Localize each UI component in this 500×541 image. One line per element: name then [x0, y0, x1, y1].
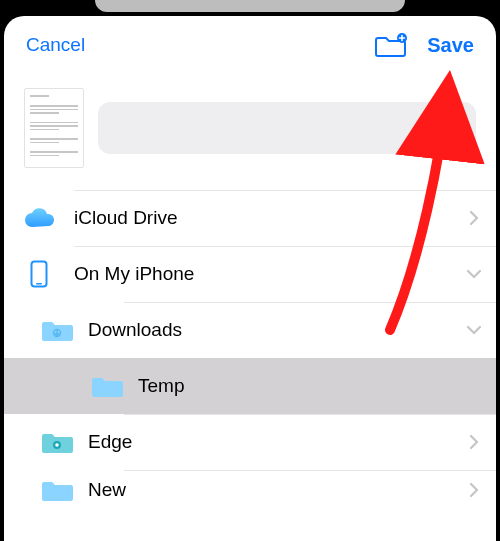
location-row-downloads[interactable]: Downloads — [4, 302, 496, 358]
toolbar: Cancel Save — [4, 16, 496, 74]
location-row-on-my-iphone[interactable]: On My iPhone — [4, 246, 496, 302]
filename-row — [4, 74, 496, 190]
new-folder-icon — [375, 32, 407, 58]
location-label: New — [88, 479, 452, 501]
chevron-right-icon — [469, 434, 479, 450]
svg-rect-2 — [36, 283, 42, 285]
folder-icon — [90, 373, 124, 399]
chevron-down-icon — [466, 269, 482, 279]
save-button[interactable]: Save — [427, 34, 474, 57]
background-sheet-handle — [95, 0, 405, 12]
location-label: iCloud Drive — [74, 207, 452, 229]
location-row-icloud[interactable]: iCloud Drive — [4, 190, 496, 246]
chevron-down-icon — [466, 325, 482, 335]
cloud-icon — [23, 207, 55, 229]
disclosure — [452, 434, 496, 450]
cancel-button[interactable]: Cancel — [26, 34, 85, 56]
location-label: Edge — [88, 431, 452, 453]
new-folder-button[interactable] — [373, 27, 409, 63]
filename-input[interactable] — [98, 102, 476, 154]
disclosure — [452, 269, 496, 279]
location-label: On My iPhone — [74, 263, 452, 285]
svg-rect-1 — [32, 262, 47, 287]
file-thumbnail — [24, 88, 84, 168]
location-list: iCloud Drive On My iPhone — [4, 190, 496, 541]
disclosure — [452, 482, 496, 498]
disclosure — [452, 325, 496, 335]
svg-point-5 — [55, 443, 59, 447]
location-label: Downloads — [88, 319, 452, 341]
save-sheet: Cancel Save — [4, 16, 496, 541]
disclosure — [452, 210, 496, 226]
folder-icon — [40, 317, 74, 343]
location-row-new[interactable]: New — [4, 470, 496, 510]
iphone-icon — [30, 260, 48, 288]
folder-icon — [40, 477, 74, 503]
chevron-right-icon — [469, 210, 479, 226]
location-row-edge[interactable]: Edge — [4, 414, 496, 470]
location-label: Temp — [138, 375, 452, 397]
folder-icon — [40, 429, 74, 455]
chevron-right-icon — [469, 482, 479, 498]
location-row-temp[interactable]: Temp — [4, 358, 496, 414]
